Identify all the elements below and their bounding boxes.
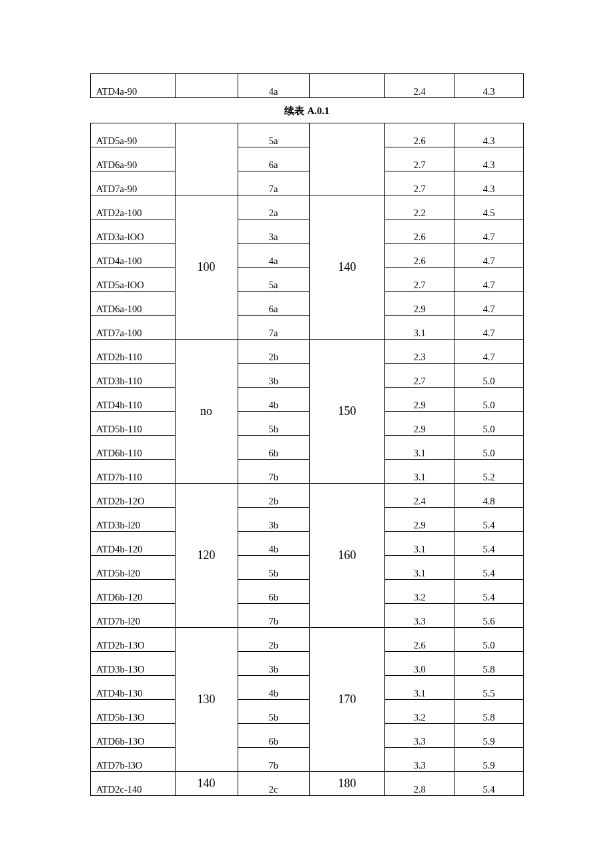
table-row: ATD2c-1401402c1802.85.4: [91, 772, 524, 796]
table-cell: 3b: [238, 364, 309, 388]
table-cell: 2b: [238, 484, 309, 508]
table-cell: 7b: [238, 604, 309, 628]
table-row: ATD2b-12O1202b1602.44.8: [91, 484, 524, 508]
table-cell: 2.3: [385, 340, 454, 364]
table-cell: 5.2: [454, 460, 524, 484]
table-cell: 2.9: [385, 412, 454, 436]
table-cell: ATD3b-13O: [91, 652, 176, 676]
table-cell: 7b: [238, 460, 309, 484]
table-cell: 5.9: [454, 724, 524, 748]
table-cell: 2.7: [385, 364, 454, 388]
table-row: ATD6b-1106b3.15.0: [91, 436, 524, 460]
table-cell: 150: [309, 340, 385, 484]
table-cell: 5.8: [454, 700, 524, 724]
table-row: ATD3a-lOO3a2.64.7: [91, 220, 524, 244]
table-cell: 3.2: [385, 700, 454, 724]
table-row: ATD5b-13O5b3.25.8: [91, 700, 524, 724]
table-cell: 4.7: [454, 292, 524, 316]
table-cell: [309, 123, 385, 195]
table-cell: 180: [309, 772, 385, 796]
table-cell: [175, 74, 238, 98]
table-cell: 5.4: [454, 556, 524, 580]
table-cell: 2c: [238, 772, 309, 796]
table-cell: ATD5b-l20: [91, 556, 176, 580]
table-cell: 5.5: [454, 676, 524, 700]
table-cell: 5.0: [454, 628, 524, 652]
table-cell: 5.0: [454, 436, 524, 460]
table-cell: ATD4b-130: [91, 676, 176, 700]
table-cell: 2.7: [385, 268, 454, 292]
table-cell: 6b: [238, 580, 309, 604]
table-row: ATD7a-907a2.74.3: [91, 171, 524, 195]
table-cell: 2.9: [385, 508, 454, 532]
table-row: ATD5a-lOO5a2.74.7: [91, 268, 524, 292]
table-cell: 5.4: [454, 580, 524, 604]
table-row: ATD2b-13O1302b1702.65.0: [91, 628, 524, 652]
table-row: ATD4b-1104b2.95.0: [91, 388, 524, 412]
table-cell: 3.3: [385, 604, 454, 628]
table-cell: 5b: [238, 556, 309, 580]
table-cell: 2a: [238, 195, 309, 220]
table-cell: 2b: [238, 628, 309, 652]
table-cell: ATD6a-100: [91, 292, 176, 316]
table-cell: 3.3: [385, 748, 454, 772]
table-row: ATD3b-13O3b3.05.8: [91, 652, 524, 676]
table-cell: ATD2b-12O: [91, 484, 176, 508]
table-cell: 3.1: [385, 316, 454, 340]
table-cell: 5.4: [454, 772, 524, 796]
table-cell: 5.0: [454, 388, 524, 412]
table-row: ATD7b-1107b3.15.2: [91, 460, 524, 484]
table-cell: 3b: [238, 652, 309, 676]
table-cell: 6b: [238, 724, 309, 748]
top-table: ATD4a-904a2.44.3: [90, 73, 524, 98]
table-cell: 7a: [238, 316, 309, 340]
table-cell: 5.8: [454, 652, 524, 676]
table-cell: 3b: [238, 508, 309, 532]
table-cell: ATD2a-100: [91, 195, 176, 220]
table-row: ATD5b-1105b2.95.0: [91, 412, 524, 436]
table-cell: 2.8: [385, 772, 454, 796]
table-cell: 5b: [238, 700, 309, 724]
table-cell: 4.7: [454, 268, 524, 292]
table-cell: 4b: [238, 676, 309, 700]
table-cell: ATD2b-13O: [91, 628, 176, 652]
table-cell: 4.3: [454, 123, 524, 147]
table-cell: ATD5a-90: [91, 123, 176, 147]
table-cell: ATD7b-l3O: [91, 748, 176, 772]
table-cell: ATD7a-90: [91, 171, 176, 195]
table-cell: no: [175, 340, 238, 484]
table-cell: 6b: [238, 436, 309, 460]
table-cell: ATD7a-100: [91, 316, 176, 340]
table-row: ATD3b-1103b2.75.0: [91, 364, 524, 388]
table-cell: 2.9: [385, 292, 454, 316]
table-cell: ATD2b-110: [91, 340, 176, 364]
table-cell: ATD6b-120: [91, 580, 176, 604]
table-row: ATD4b-1304b3.15.5: [91, 676, 524, 700]
table-cell: 3.1: [385, 436, 454, 460]
table-cell: 130: [175, 628, 238, 772]
table-cell: 4.3: [454, 74, 524, 98]
table-row: ATD6b-13O6b3.35.9: [91, 724, 524, 748]
main-table: ATD5a-905a2.64.3ATD6a-906a2.74.3ATD7a-90…: [90, 123, 524, 796]
table-cell: ATD3b-110: [91, 364, 176, 388]
table-cell: 4.3: [454, 147, 524, 171]
table-cell: ATD5a-lOO: [91, 268, 176, 292]
table-cell: 4.3: [454, 171, 524, 195]
table-cell: 4.8: [454, 484, 524, 508]
table-cell: 2.6: [385, 123, 454, 147]
table-row: ATD5b-l205b3.15.4: [91, 556, 524, 580]
table-cell: ATD6b-13O: [91, 724, 176, 748]
table-cell: 7a: [238, 171, 309, 195]
table-cell: 3.1: [385, 532, 454, 556]
table-row: ATD6a-906a2.74.3: [91, 147, 524, 171]
table-cell: 2.6: [385, 244, 454, 268]
table-cell: 5.0: [454, 412, 524, 436]
table-row: ATD7b-l3O7b3.35.9: [91, 748, 524, 772]
table-row: ATD2b-110no2b1502.34.7: [91, 340, 524, 364]
table-cell: 2.2: [385, 195, 454, 220]
table-cell: 160: [309, 484, 385, 628]
table-cell: 4.7: [454, 340, 524, 364]
table-cell: ATD4a-100: [91, 244, 176, 268]
table-row: ATD3b-l203b2.95.4: [91, 508, 524, 532]
table-cell: [175, 123, 238, 195]
